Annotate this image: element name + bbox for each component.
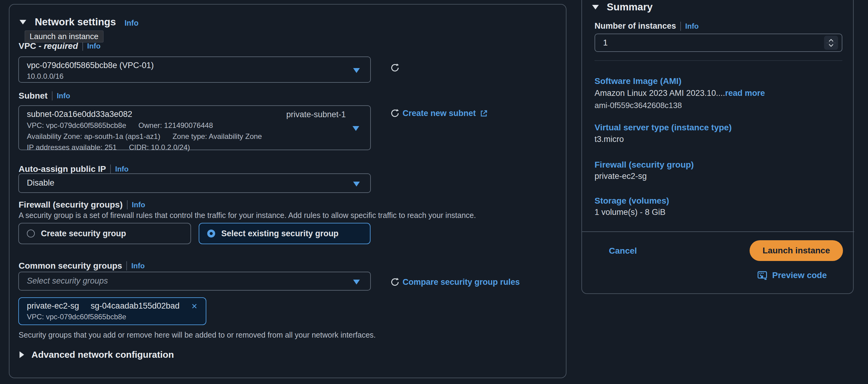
launch-instance-button[interactable]: Launch instance	[750, 240, 843, 261]
firewall-heading[interactable]: Firewall (security group)	[594, 160, 694, 170]
compare-sg-rules-link[interactable]: Compare security group rules	[403, 277, 520, 287]
ami-id: ami-0f559c3642608c138	[594, 101, 682, 110]
security-groups-select[interactable]: Select security groups	[18, 272, 371, 291]
instance-type-heading[interactable]: Virtual server type (instance type)	[594, 123, 732, 132]
advanced-network-label: Advanced network configuration	[31, 350, 174, 360]
firewall-label: Firewall (security groups)	[19, 200, 123, 210]
storage-heading[interactable]: Storage (volumes)	[594, 196, 669, 206]
common-sg-label: Common security groups	[19, 261, 122, 271]
label-separator	[680, 22, 681, 31]
summary-divider	[594, 60, 842, 61]
summary-header[interactable]: Summary	[592, 1, 653, 13]
auto-assign-ip-select[interactable]: Disable	[18, 173, 371, 193]
refresh-icon	[390, 277, 400, 287]
remove-chip-close-icon[interactable]	[191, 302, 198, 310]
preview-code-icon	[757, 270, 768, 281]
chevron-down-icon	[353, 279, 360, 285]
refresh-icon	[390, 108, 400, 118]
expand-triangle-icon[interactable]	[20, 351, 24, 358]
selected-security-group-chip: private-ec2-sg sg-04caadab155d02bad VPC:…	[18, 297, 206, 325]
summary-card: Summary Number of instances Info 1 Softw…	[581, 0, 854, 294]
auto-assign-ip-value: Disable	[27, 178, 362, 188]
vpc-label: VPC - required	[19, 41, 78, 51]
chevron-down-icon	[352, 126, 359, 131]
chip-sg-id: sg-04caadab155d02bad	[91, 301, 180, 311]
subnet-info-link[interactable]: Info	[57, 92, 70, 100]
create-security-group-option[interactable]: Create security group	[18, 223, 191, 244]
instances-info-link[interactable]: Info	[685, 22, 699, 31]
radio-unselected-icon[interactable]	[27, 230, 35, 237]
stepper-down-icon	[828, 43, 834, 47]
subnet-detail-line: Availability Zone: ap-south-1a (aps1-az1…	[27, 132, 362, 141]
vpc-select-cidr: 10.0.0.0/16	[27, 72, 362, 81]
instances-label: Number of instances	[594, 21, 676, 31]
auto-assign-ip-info-link[interactable]: Info	[115, 165, 128, 173]
chip-sg-vpc: VPC: vpc-079dc60f5865bcb8e	[27, 313, 198, 321]
vpc-select-value: vpc-079dc60f5865bcb8e (VPC-01)	[27, 61, 362, 70]
instance-type-value: t3.micro	[594, 135, 624, 144]
auto-assign-ip-label: Auto-assign public IP	[19, 164, 106, 174]
common-sg-info-link[interactable]: Info	[131, 262, 145, 270]
sg-refresh-button[interactable]	[390, 277, 400, 287]
radio-selected-icon[interactable]	[207, 230, 215, 237]
firewall-description: A security group is a set of firewall ru…	[19, 211, 476, 220]
storage-value: 1 volume(s) - 8 GiB	[594, 208, 665, 217]
network-settings-card: Network settings Info Launch an instance…	[9, 4, 566, 378]
collapse-triangle-icon[interactable]	[592, 5, 599, 9]
subnet-refresh-button[interactable]	[390, 108, 400, 118]
cancel-button[interactable]: Cancel	[609, 246, 637, 256]
instances-count-input[interactable]: 1	[594, 34, 842, 52]
chevron-down-icon	[353, 68, 360, 73]
label-separator	[110, 165, 111, 174]
footer-divider	[582, 231, 854, 232]
auto-assign-ip-label-row: Auto-assign public IP Info	[19, 164, 128, 174]
network-settings-header[interactable]: Network settings Info	[20, 16, 138, 28]
select-existing-security-group-option[interactable]: Select existing security group	[199, 223, 371, 244]
stepper-up-icon	[828, 39, 834, 42]
collapse-triangle-icon[interactable]	[20, 20, 26, 24]
common-sg-label-row: Common security groups Info	[19, 261, 145, 271]
create-new-subnet-link[interactable]: Create new subnet	[403, 109, 488, 118]
vpc-info-link[interactable]: Info	[87, 42, 101, 50]
instances-label-row: Number of instances Info	[594, 21, 699, 31]
summary-title: Summary	[607, 1, 653, 13]
security-groups-placeholder: Select security groups	[27, 276, 362, 286]
ami-heading[interactable]: Software Image (AMI)	[594, 76, 682, 86]
chip-sg-name: private-ec2-sg	[27, 301, 79, 311]
vpc-select[interactable]: vpc-079dc60f5865bcb8e (VPC-01) 10.0.0.0/…	[18, 57, 371, 83]
read-more-link[interactable]: read more	[725, 89, 765, 98]
subnet-label-row: Subnet Info	[19, 91, 70, 101]
network-settings-info-link[interactable]: Info	[125, 19, 138, 27]
firewall-label-row: Firewall (security groups) Info	[19, 200, 145, 210]
launch-instance-page: Network settings Info Launch an instance…	[0, 0, 868, 384]
preview-code-link[interactable]: Preview code	[757, 270, 827, 281]
firewall-value: private-ec2-sg	[594, 172, 647, 181]
label-separator	[52, 91, 53, 100]
advanced-network-configuration-expander[interactable]: Advanced network configuration	[20, 350, 174, 360]
external-link-icon	[479, 109, 488, 118]
subnet-label: Subnet	[19, 91, 48, 101]
sg-helper-text: Security groups that you add or remove h…	[19, 331, 376, 339]
ami-description-line: Amazon Linux 2023 AMI 2023.10....read mo…	[594, 89, 765, 98]
vpc-label-row: VPC - required Info	[19, 41, 100, 51]
subnet-name: private-subnet-1	[286, 110, 346, 119]
launch-an-instance-tooltip: Launch an instance	[25, 31, 103, 42]
vpc-refresh-button[interactable]	[390, 63, 400, 72]
subnet-detail-line: IP addresses available: 251CIDR: 10.0.2.…	[27, 143, 362, 152]
subnet-detail-line: VPC: vpc-079dc60f5865bcb8eOwner: 1214900…	[27, 121, 362, 130]
instances-count-stepper[interactable]	[824, 36, 838, 50]
label-separator	[126, 261, 127, 270]
refresh-icon	[390, 63, 400, 72]
firewall-info-link[interactable]: Info	[132, 201, 145, 209]
label-separator	[127, 200, 128, 209]
chevron-down-icon	[353, 182, 360, 186]
subnet-select[interactable]: subnet-02a16e0dd33a3e082 private-subnet-…	[18, 105, 371, 150]
label-separator	[83, 41, 83, 51]
section-title: Network settings	[35, 16, 116, 28]
instances-count-value: 1	[603, 38, 834, 48]
